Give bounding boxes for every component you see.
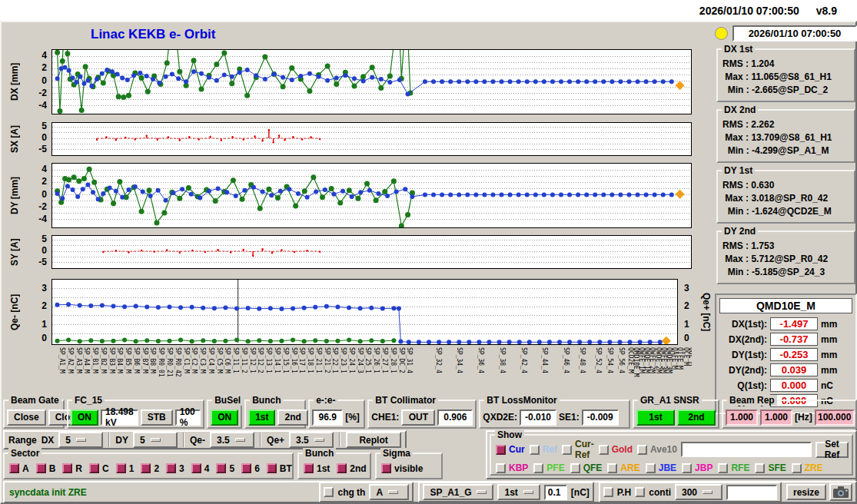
titlebar-datetime: 2026/01/10 07:00:50 (699, 5, 799, 17)
fc15-on-button[interactable]: ON (71, 410, 98, 426)
x-axis-label: SP_24_3 (357, 347, 364, 373)
beam-gate-group: Beam Gate Close Close (3, 400, 65, 429)
show-kbp-checkbox[interactable] (496, 463, 506, 473)
axis-tick-label: 4 (42, 50, 47, 61)
show-sfe-checkbox[interactable] (755, 463, 765, 473)
sector-5-checkbox[interactable] (216, 463, 226, 473)
extra-input[interactable] (726, 485, 777, 500)
sector-r-checkbox[interactable] (62, 463, 72, 473)
show-jbe-checkbox[interactable] (646, 463, 656, 473)
show-pfe-checkbox[interactable] (533, 463, 543, 473)
show-ave10-checkbox[interactable] (637, 445, 647, 455)
show-qfe-checkbox[interactable] (570, 463, 580, 473)
x-axis-label: SP_48_4 (579, 347, 586, 373)
checkbox-label: KBP (509, 463, 528, 473)
fc15-group: FC_15 ON 18.498 kV STB 100 % (67, 400, 204, 429)
status-message: syncdata init ZRE (9, 487, 87, 498)
points-select[interactable]: 300 (675, 484, 722, 500)
dy-axis-ticks: 420-2-4 (23, 163, 49, 228)
show-are-checkbox[interactable] (607, 463, 617, 473)
show-rfe-checkbox[interactable] (718, 463, 728, 473)
range-dy-select[interactable]: 5 (133, 432, 178, 448)
sigma-visible-checkbox[interactable] (381, 463, 391, 473)
gr-a1-2nd-button[interactable]: 2nd (677, 410, 716, 426)
bunch-order-select[interactable]: 1st (497, 484, 540, 500)
show-zre-checkbox[interactable] (792, 463, 802, 473)
sector-4-checkbox[interactable] (191, 463, 201, 473)
checkbox-label: PFE (546, 463, 564, 473)
sector-c-checkbox-item: C (89, 463, 109, 474)
fc15-stb-button[interactable]: STB (141, 410, 173, 426)
resize-button[interactable]: resize (786, 484, 826, 500)
replot-button[interactable]: Replot (346, 432, 401, 448)
conti-checkbox[interactable] (635, 487, 645, 497)
show-jbp-checkbox[interactable] (682, 463, 692, 473)
beam-rep-value-2: 1.000 (760, 410, 792, 426)
datetime-display: 2026/01/10 07:00:50 (732, 25, 857, 41)
separator (339, 433, 340, 447)
range-qe--select[interactable]: 3.5 (210, 432, 254, 448)
sp-select[interactable]: SP_A1_G (423, 484, 493, 500)
sector-6-checkbox[interactable] (241, 463, 251, 473)
selection-row: Sector ABRC123456BT Bunch 1st2nd Sigma v… (3, 453, 443, 479)
che1-out-button[interactable]: OUT (401, 410, 435, 426)
ph-checkbox[interactable] (603, 487, 613, 497)
x-axis-label: SP_52_4 (595, 347, 602, 373)
beam-rep-value-1: 1.000 (726, 410, 758, 426)
checkbox-label: QFE (583, 463, 603, 473)
sector-group: Sector ABRC123456BT (3, 453, 294, 479)
sector-2-checkbox[interactable] (141, 463, 151, 473)
busel-on-button[interactable]: ON (211, 410, 238, 426)
threshold-group: SP_A1_G 1st [nC] (418, 482, 593, 502)
checkbox-label: Ref (543, 444, 557, 455)
gr-a1-1st-button[interactable]: 1st (636, 410, 675, 426)
range-row: Range DX5DY5Qe-3.5Qe+3.5 Replot (3, 430, 407, 449)
range-qe+-select[interactable]: 3.5 (289, 432, 334, 448)
show-curref-checkbox[interactable] (562, 445, 572, 455)
sigma-visible-checkbox-item: visible (381, 463, 423, 474)
qe-plus-axis-ticks: 3210 (681, 279, 698, 345)
bunch-1st-button[interactable]: 1st (248, 410, 275, 426)
show-cur-checkbox[interactable] (496, 445, 506, 455)
x-axis-label: SP_B8_M (149, 347, 156, 373)
checkbox-label: Cur (509, 444, 525, 455)
checkbox-label: B (49, 463, 56, 474)
chg-th-select[interactable]: A (369, 484, 409, 500)
camera-button[interactable] (829, 483, 852, 501)
option-menu-icon (388, 490, 398, 494)
range-dx-select[interactable]: 5 (58, 432, 103, 448)
x-axis-label: SP_11_1 (232, 347, 239, 373)
bunch-2nd-button[interactable]: 2nd (277, 410, 307, 426)
x-axis-label: SP_A4_M (83, 347, 90, 373)
main-panel: Linac KEKB e- Orbit DX [mm] 420-2-4 SX [… (0, 21, 857, 504)
show-are-checkbox-item: ARE (607, 463, 639, 473)
set-ref-button[interactable]: Set Ref (815, 442, 849, 458)
threshold-input[interactable] (544, 485, 567, 500)
beam-gate-close-1-button[interactable]: Close (7, 410, 46, 426)
app-window: 2026/01/10 07:00:50 v8.9 Linac KEKB e- O… (0, 0, 857, 504)
checkbox-label: 4 (204, 463, 210, 474)
bunch-select-2nd-checkbox[interactable] (337, 463, 347, 473)
sector-b-checkbox[interactable] (36, 463, 46, 473)
chg-th-checkbox[interactable] (324, 487, 334, 497)
axis-tick-label: 2 (684, 300, 689, 311)
sector-c-checkbox[interactable] (89, 463, 99, 473)
sector-a-checkbox[interactable] (9, 463, 19, 473)
sx-axis-label: SX [A] (9, 122, 22, 156)
page-title: Linac KEKB e- Orbit (91, 27, 215, 42)
axis-tick-label: 0 (42, 132, 47, 143)
sector-1-checkbox[interactable] (116, 463, 126, 473)
sector-3-checkbox[interactable] (166, 463, 176, 473)
bunch-select-1st-checkbox[interactable] (304, 463, 314, 473)
x-axis-label: SP_12_1 (249, 347, 256, 373)
show-gold-checkbox[interactable] (599, 445, 609, 455)
control-row-1: Beam Gate Close Close FC_15 ON 18.498 kV… (3, 397, 857, 429)
x-axis-label: SP_11_2 (241, 347, 247, 373)
axis-tick-label: -2 (38, 201, 47, 212)
show-ref-checkbox[interactable] (530, 445, 540, 455)
stat-group: DX 1stRMS : 1.204 Max : 11.065@S8_61_H1 … (716, 48, 855, 102)
x-axis-label: SP_23_1 (340, 347, 347, 373)
ref-name-input[interactable] (681, 442, 812, 457)
option-menu-icon (477, 490, 487, 494)
sector-bt-checkbox[interactable] (267, 463, 277, 473)
